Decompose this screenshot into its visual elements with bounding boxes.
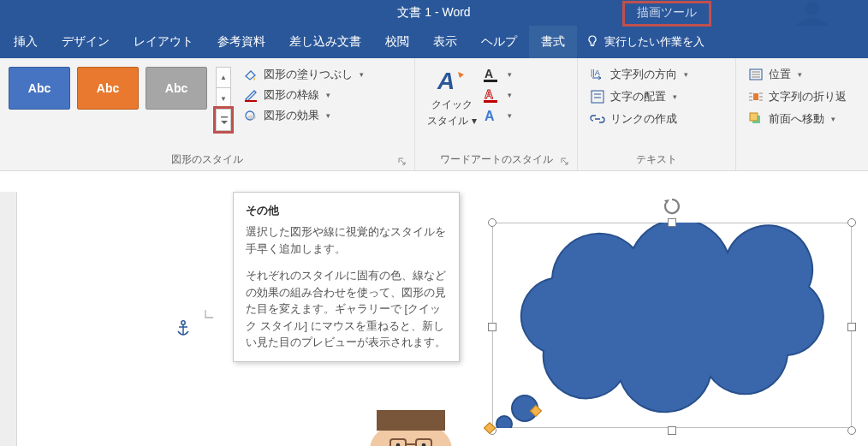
gallery-scroll-up[interactable]: ▲	[216, 67, 231, 88]
resize-handle-se[interactable]	[847, 426, 856, 435]
svg-point-40	[496, 416, 512, 428]
tell-me-placeholder: 実行したい作業を入	[604, 34, 705, 50]
resize-handle-ne[interactable]	[847, 218, 856, 227]
text-outline-button[interactable]: A ▾	[484, 87, 512, 103]
fill-bucket-icon	[243, 67, 259, 82]
svg-rect-28	[750, 113, 758, 121]
tab-references[interactable]: 参考資料	[205, 26, 277, 58]
page-margin-edge	[0, 192, 17, 446]
svg-rect-13	[592, 91, 603, 103]
svg-point-0	[806, 2, 819, 15]
shape-outline-label: 図形の枠線	[264, 87, 319, 103]
tab-help[interactable]: ヘルプ	[469, 26, 529, 58]
text-fill-button[interactable]: A ▾	[484, 67, 512, 82]
chevron-down-icon: ▾	[798, 70, 802, 79]
group-label-text: テキスト	[583, 151, 730, 170]
position-button[interactable]: 位置 ▾	[748, 67, 856, 82]
resize-handle-s[interactable]	[668, 426, 676, 435]
paragraph-corner-mark	[204, 308, 216, 320]
tab-review[interactable]: 校閲	[373, 26, 421, 58]
position-label: 位置	[769, 67, 791, 82]
outline-pen-icon	[243, 87, 259, 103]
document-area[interactable]: その他 選択した図形や線に視覚的なスタイルを手早く追加します。 それぞれのスタイ…	[0, 171, 868, 446]
svg-rect-10	[484, 100, 497, 103]
text-direction-button[interactable]: ||A 文字列の方向 ▾	[590, 67, 723, 82]
shape-effects-button[interactable]: 図形の効果 ▾	[243, 108, 364, 123]
resize-handle-e[interactable]	[847, 323, 856, 331]
resize-handle-w[interactable]	[488, 323, 496, 331]
group-label-text: ワードアートのスタイル	[440, 153, 553, 165]
resize-handle-nw[interactable]	[488, 218, 496, 227]
dialog-launcher-icon[interactable]	[560, 157, 570, 167]
wrap-text-icon	[748, 89, 764, 104]
shape-style-swatch-3[interactable]: Abc	[146, 67, 207, 110]
text-effects-button[interactable]: A ▾	[484, 108, 512, 123]
position-icon	[748, 67, 764, 82]
shape-style-swatch-1[interactable]: Abc	[9, 67, 70, 110]
chevron-down-icon: ▾	[326, 111, 330, 120]
wordart-mini-column: A ▾ A ▾ A ▾	[484, 67, 512, 151]
chevron-down-icon: ▾	[673, 92, 677, 101]
group-shape-styles: Abc Abc Abc ▲ ▼	[0, 58, 415, 170]
create-link-button[interactable]: リンクの作成	[590, 111, 723, 127]
quickstyle-label-2: スタイル	[427, 115, 468, 127]
document-title: 文書 1 - Word	[0, 5, 868, 21]
anchor-icon	[175, 320, 191, 337]
quick-style-button[interactable]: A クイック スタイル ▾	[427, 67, 477, 151]
tab-design[interactable]: デザイン	[50, 26, 122, 58]
drawing-tools-context-tab[interactable]: 描画ツール	[622, 1, 711, 27]
svg-text:||A: ||A	[591, 68, 600, 77]
chevron-down-icon: ▾	[831, 115, 835, 123]
svg-rect-33	[377, 410, 445, 431]
screen-tip-paragraph-2: それぞれのスタイルに固有の色、線などの効果の組み合わせを使って、図形の見た目を変…	[246, 267, 447, 351]
bring-forward-button[interactable]: 前面へ移動 ▾	[748, 111, 856, 127]
shape-outline-button[interactable]: 図形の枠線 ▾	[243, 87, 364, 103]
chevron-down-icon: ▾	[508, 91, 512, 99]
group-label-text-value: テキスト	[636, 153, 677, 165]
group-text: ||A 文字列の方向 ▾ 文字の配置 ▾ リンクの作成	[578, 58, 736, 170]
shape-style-swatch-2[interactable]: Abc	[77, 67, 139, 110]
group-label-text: 図形のスタイル	[171, 153, 243, 165]
text-effects-icon: A	[484, 108, 501, 123]
ribbon-tabs: 挿入 デザイン レイアウト 参考資料 差し込み文書 校閲 表示 ヘルプ 書式 実…	[0, 26, 868, 58]
tab-mailings[interactable]: 差し込み文書	[277, 26, 373, 58]
bring-forward-icon	[748, 111, 764, 127]
tab-insert[interactable]: 挿入	[2, 26, 50, 58]
svg-rect-1	[591, 45, 594, 46]
svg-point-29	[181, 321, 185, 324]
svg-text:A: A	[485, 109, 495, 123]
group-label-arrange	[741, 153, 863, 170]
tell-me-search[interactable]: 実行したい作業を入	[577, 26, 705, 58]
align-text-button[interactable]: 文字の配置 ▾	[590, 89, 723, 104]
rotate-handle-icon[interactable]	[663, 197, 681, 216]
create-link-label: リンクの作成	[610, 111, 677, 127]
context-tab-label: 描画ツール	[637, 5, 697, 19]
dialog-launcher-icon[interactable]	[397, 157, 407, 167]
quick-style-icon: A	[436, 67, 468, 96]
resize-handle-n[interactable]	[668, 218, 676, 227]
group-wordart-styles: A クイック スタイル ▾ A ▾ A ▾ A	[415, 58, 578, 170]
tab-view[interactable]: 表示	[421, 26, 469, 58]
svg-rect-3	[245, 100, 257, 102]
wrap-text-button[interactable]: 文字列の折り返	[748, 89, 856, 104]
text-direction-icon: ||A	[590, 67, 605, 82]
text-direction-label: 文字列の方向	[610, 67, 677, 82]
cloud-callout-shape[interactable]	[492, 223, 852, 428]
shape-style-gallery[interactable]: Abc Abc Abc ▲ ▼	[5, 62, 235, 151]
selected-shape-bounding-box[interactable]	[492, 223, 852, 428]
svg-rect-20	[753, 93, 758, 100]
svg-rect-8	[484, 80, 497, 82]
ribbon: Abc Abc Abc ▲ ▼	[0, 58, 868, 171]
swatch-text: Abc	[165, 81, 187, 95]
chevron-down-icon: ▾	[508, 70, 512, 79]
tab-layout[interactable]: レイアウト	[122, 26, 205, 58]
svg-point-5	[247, 116, 256, 120]
gallery-more-button[interactable]	[216, 110, 231, 131]
chevron-down-icon: ▾	[360, 70, 364, 79]
gallery-scroll-down[interactable]: ▼	[216, 88, 231, 110]
tab-format[interactable]: 書式	[529, 26, 577, 58]
align-text-icon	[590, 89, 605, 104]
svg-text:A: A	[437, 68, 455, 94]
screen-tip: その他 選択した図形や線に視覚的なスタイルを手早く追加します。 それぞれのスタイ…	[233, 192, 460, 362]
shape-fill-button[interactable]: 図形の塗りつぶし ▾	[243, 67, 364, 82]
